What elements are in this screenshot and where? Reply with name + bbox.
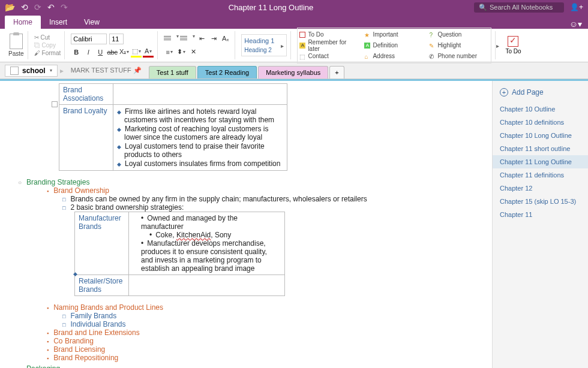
page-list-item[interactable]: Chapter 10 definitions — [493, 116, 588, 129]
table-cell[interactable]: Manufacturer Brands — [75, 212, 129, 275]
table-cell[interactable] — [113, 84, 287, 105]
todo-tag-button[interactable]: To Do — [502, 36, 524, 55]
tag-todo[interactable]: To Do — [299, 30, 359, 40]
section-name[interactable]: MARK TEST STUFF 📌 — [66, 67, 146, 74]
search-box[interactable]: 🔍 Search All Notebooks — [474, 2, 564, 13]
container-handle[interactable] — [52, 101, 58, 107]
tag-question[interactable]: ?Question — [429, 30, 489, 40]
page-list-item[interactable]: Chapter 11 Long Outline — [493, 155, 588, 168]
brush-icon: 🖌 — [34, 50, 40, 56]
tag-address[interactable]: ⌂Address — [364, 52, 424, 61]
outline-item[interactable]: Individual Brands — [62, 320, 487, 328]
format-painter-button[interactable]: 🖌Format — [34, 50, 61, 56]
copy-icon: ⿻ — [34, 42, 40, 49]
tab-insert[interactable]: Insert — [41, 16, 76, 29]
indent-button[interactable]: ⇥ — [208, 34, 219, 44]
strikethrough-button[interactable]: abc — [107, 47, 118, 58]
diamond-bullet-icon: ◆ — [73, 271, 77, 277]
copy-button[interactable]: ⿻Copy — [34, 42, 61, 49]
search-placeholder: Search All Notebooks — [490, 4, 553, 11]
spacing-button[interactable]: ⬍▾ — [176, 47, 187, 58]
outdent-button[interactable]: ⇤ — [196, 34, 207, 44]
table-cell[interactable]: Brand Loyalty — [59, 105, 113, 171]
feedback-icon[interactable]: ☺▾ — [569, 19, 582, 29]
tag-highlight[interactable]: ✎Highlight — [429, 41, 489, 50]
font-color-button[interactable]: A▾ — [143, 47, 154, 58]
tags-gallery[interactable]: To Do ★Important ?Question ARemember for… — [297, 28, 491, 64]
font-name-select[interactable] — [71, 34, 107, 44]
back-icon[interactable]: ⟲ — [21, 2, 28, 12]
table-cell[interactable]: Owned and managed by the manufacturer Co… — [129, 212, 285, 275]
cut-button[interactable]: ✂Cut — [34, 34, 61, 41]
outline-item[interactable]: Family Brands — [62, 312, 487, 320]
ribbon-toolbar: Paste ✂Cut ⿻Copy 🖌Format B I U abc X₂▾ ⬚… — [0, 29, 588, 62]
italic-button[interactable]: I — [83, 47, 94, 58]
nav-arrow-icon: ▸ — [60, 67, 64, 75]
outline-item[interactable]: Brand Repositioning — [47, 354, 487, 362]
tab-view[interactable]: View — [76, 16, 108, 29]
add-section-button[interactable]: + — [329, 66, 344, 79]
notebook-nav: school ▾ ▸ MARK TEST STUFF 📌 Test 1 stuf… — [0, 62, 588, 79]
open-icon[interactable]: 📂 — [5, 2, 15, 12]
page-list-item[interactable]: Chapter 12 — [493, 182, 588, 195]
outline-item[interactable]: Brand Licensing — [47, 345, 487, 354]
outline-item[interactable]: Co Branding — [47, 337, 487, 345]
page-list-item[interactable]: Chapter 10 Outline — [493, 102, 588, 116]
window-title: Chapter 11 Long Outline — [68, 3, 474, 12]
table-cell[interactable] — [129, 275, 285, 296]
numbering-button[interactable] — [180, 34, 191, 43]
align-button[interactable]: ≡▾ — [164, 47, 175, 58]
redo-icon[interactable]: ↷ — [61, 2, 68, 12]
section-tab-test2[interactable]: Test 2 Reading — [197, 66, 257, 79]
note-canvas[interactable]: Brand Associations Brand Loyalty Firms l… — [0, 81, 492, 368]
ribbon-tabs: Home Insert View ☺▾ — [0, 14, 588, 29]
underline-button[interactable]: U — [95, 47, 106, 58]
styles-gallery[interactable]: Heading 1 Heading 2 — [241, 34, 287, 56]
section-tab-marketing[interactable]: Marketing syllabus — [258, 66, 328, 79]
brand-equity-table: Brand Associations Brand Loyalty Firms l… — [59, 83, 287, 171]
font-size-select[interactable] — [109, 34, 124, 44]
tag-remember[interactable]: ARemember for later — [299, 41, 359, 50]
heading1-style[interactable]: Heading 1 — [244, 37, 274, 44]
tag-phone[interactable]: ✆Phone number — [429, 52, 489, 61]
bullets-button[interactable] — [164, 34, 175, 43]
table-cell[interactable]: Firms like airlines and hotels reward lo… — [113, 105, 287, 171]
page-list-item[interactable]: Chapter 11 — [493, 208, 588, 221]
paste-button[interactable]: Paste — [8, 34, 24, 57]
outline-item[interactable]: Brands can be owned by any firm in the s… — [62, 195, 487, 203]
page-list-item[interactable]: Chapter 10 Long Outline — [493, 129, 588, 142]
section-tab-test1[interactable]: Test 1 stuff — [149, 66, 196, 79]
clear-format-button[interactable]: Aₓ — [220, 34, 231, 44]
undo-icon[interactable]: ↶ — [47, 2, 55, 12]
subscript-button[interactable]: X₂▾ — [119, 47, 130, 58]
titlebar: 📂 ⟲ ⟳ ↶ ↷ Chapter 11 Long Outline 🔍 Sear… — [0, 0, 588, 14]
table-cell[interactable]: Retailer/Store Brands — [75, 275, 129, 296]
page-list-item[interactable]: Chapter 11 short outline — [493, 142, 588, 155]
tag-contact[interactable]: ⬚Contact — [299, 52, 359, 61]
plus-circle-icon: + — [500, 88, 508, 96]
share-icon[interactable]: 👤+ — [570, 3, 583, 11]
outline-item[interactable]: Brand Ownership — [47, 186, 487, 195]
ownership-table: Manufacturer Brands Owned and managed by… — [74, 212, 285, 296]
delete-button[interactable]: ✕ — [188, 47, 199, 58]
outline-item[interactable]: 2 basic brand ownership strategies: — [62, 203, 487, 212]
notebook-selector[interactable]: school ▾ — [5, 65, 58, 77]
scissors-icon: ✂ — [34, 34, 39, 41]
tag-important[interactable]: ★Important — [364, 30, 424, 40]
highlight-button[interactable]: ⬚▾ — [131, 47, 142, 58]
page-list-item[interactable]: Chapter 15 (skip LO 15-3) — [493, 195, 588, 208]
pin-icon: 📌 — [133, 67, 142, 74]
checkbox-icon — [508, 36, 518, 47]
bold-button[interactable]: B — [71, 47, 82, 58]
add-page-button[interactable]: + Add Page — [493, 86, 588, 102]
heading2-style[interactable]: Heading 2 — [244, 47, 274, 53]
outline-heading[interactable]: Branding Strategies — [29, 178, 487, 186]
tab-home[interactable]: Home — [5, 16, 41, 29]
tag-definition[interactable]: ADefinition — [364, 41, 424, 50]
page-list-item[interactable]: Chapter 11 definitions — [493, 168, 588, 182]
outline-heading[interactable]: Packaging — [29, 364, 487, 368]
table-cell[interactable]: Brand Associations — [59, 84, 113, 105]
forward-icon[interactable]: ⟳ — [34, 2, 41, 12]
outline-item[interactable]: Brand and Line Extensions — [47, 328, 487, 337]
outline-item[interactable]: Naming Brands and Product Lines — [47, 303, 487, 312]
